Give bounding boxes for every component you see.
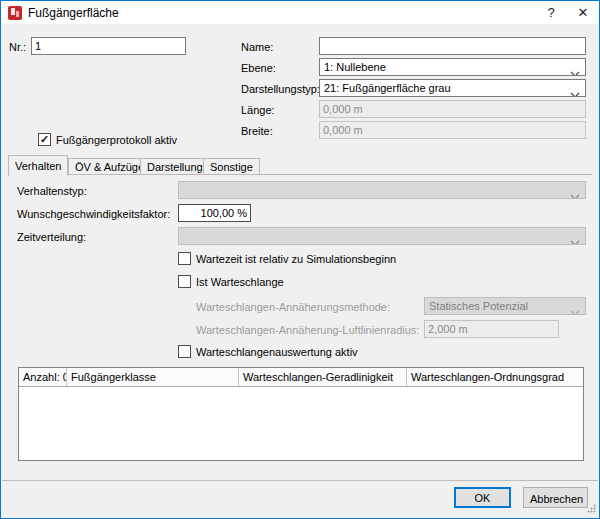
column-header-ordnungsgrad[interactable]: Warteschlangen-Ordnungsgrad	[407, 368, 583, 386]
wartezeit-checkbox[interactable]	[178, 252, 191, 265]
warteschlangenauswertung-checkbox[interactable]	[178, 345, 191, 358]
titlebar[interactable]: Fußgängerfläche ? ✕	[1, 1, 599, 24]
wunschgeschwindigkeitsfaktor-label: Wunschgeschwindigkeitsfaktor:	[17, 208, 170, 220]
tabstrip: Verhalten ÖV & Aufzüge Darstellung Sonst…	[1, 155, 599, 175]
close-button[interactable]: ✕	[567, 1, 599, 24]
tab-sonstige[interactable]: Sonstige	[203, 158, 260, 175]
ebene-select[interactable]: 1: Nullebene	[319, 58, 586, 76]
table-body-empty[interactable]	[19, 387, 583, 460]
chevron-down-icon	[570, 86, 580, 97]
help-button[interactable]: ?	[535, 1, 567, 24]
tab-darstellung[interactable]: Darstellung	[140, 158, 210, 175]
footer-separator	[2, 480, 598, 481]
luftlinienradius-label: Warteschlangen-Annäherung-Luftlinienradi…	[196, 324, 419, 336]
window-title: Fußgängerfläche	[28, 6, 119, 20]
laenge-label: Länge:	[241, 104, 275, 116]
resize-grip[interactable]	[587, 503, 596, 515]
zeitverteilung-label: Zeitverteilung:	[17, 231, 86, 243]
chevron-down-icon	[570, 65, 580, 76]
wunschgeschwindigkeitsfaktor-input[interactable]: 100,00 %	[178, 204, 251, 222]
verhaltenstyp-label: Verhaltenstyp:	[17, 185, 87, 197]
laenge-input: 0,000 m	[319, 100, 586, 118]
darstellungstyp-selected-value: 21: Fußgängerfläche grau	[324, 82, 451, 94]
wartezeit-label: Wartezeit ist relativ zu Simulationsbegi…	[196, 253, 396, 265]
nr-input[interactable]: 1	[31, 37, 186, 55]
fussgaengerflaeche-dialog: Fußgängerfläche ? ✕ Nr.: 1 Name: Ebene: …	[0, 0, 600, 519]
zeitverteilung-select	[178, 227, 586, 245]
chevron-down-icon	[570, 304, 580, 315]
darstellungstyp-label: Darstellungstyp:	[241, 83, 320, 95]
warteschlangenauswertung-label: Warteschlangenauswertung aktiv	[196, 346, 358, 358]
column-header-geradlinigkeit[interactable]: Warteschlangen-Geradlinigkeit	[239, 368, 407, 386]
fussgaengerprotokoll-checkbox[interactable]: ✓	[38, 133, 51, 146]
name-input[interactable]	[319, 37, 586, 55]
luftlinienradius-input: 2,000 m	[424, 320, 559, 338]
verhaltenstyp-select	[178, 181, 586, 199]
ok-button[interactable]: OK	[454, 487, 511, 508]
ebene-selected-value: 1: Nullebene	[324, 61, 386, 73]
ist-warteschlange-checkbox[interactable]	[178, 275, 191, 288]
tab-verhalten[interactable]: Verhalten	[8, 155, 68, 176]
nr-label: Nr.:	[9, 41, 26, 53]
breite-input: 0,000 m	[319, 121, 586, 139]
annaeherungsmethode-select: Statisches Potenzial	[424, 297, 586, 315]
fussgaengerklassen-table[interactable]: Anzahl: 0 Fußgängerklasse Warteschlangen…	[18, 367, 584, 461]
app-icon	[8, 6, 22, 20]
column-header-fussgaengerklasse[interactable]: Fußgängerklasse	[67, 368, 239, 386]
tab-oev-aufzuege[interactable]: ÖV & Aufzüge	[68, 158, 151, 175]
table-count-header[interactable]: Anzahl: 0	[19, 368, 67, 386]
breite-label: Breite:	[241, 125, 273, 137]
cancel-button[interactable]: Abbrechen	[523, 487, 588, 508]
chevron-down-icon	[570, 234, 580, 245]
annaeherungsmethode-label: Warteschlangen-Annäherungsmethode:	[196, 301, 390, 313]
ebene-label: Ebene:	[241, 62, 276, 74]
ist-warteschlange-label: Ist Warteschlange	[196, 276, 284, 288]
darstellungstyp-select[interactable]: 21: Fußgängerfläche grau	[319, 79, 586, 97]
annaeherungsmethode-selected-value: Statisches Potenzial	[429, 300, 528, 312]
fussgaengerprotokoll-label: Fußgängerprotokoll aktiv	[56, 134, 177, 146]
chevron-down-icon	[570, 188, 580, 199]
name-label: Name:	[241, 41, 273, 53]
table-header-row: Anzahl: 0 Fußgängerklasse Warteschlangen…	[19, 368, 583, 387]
